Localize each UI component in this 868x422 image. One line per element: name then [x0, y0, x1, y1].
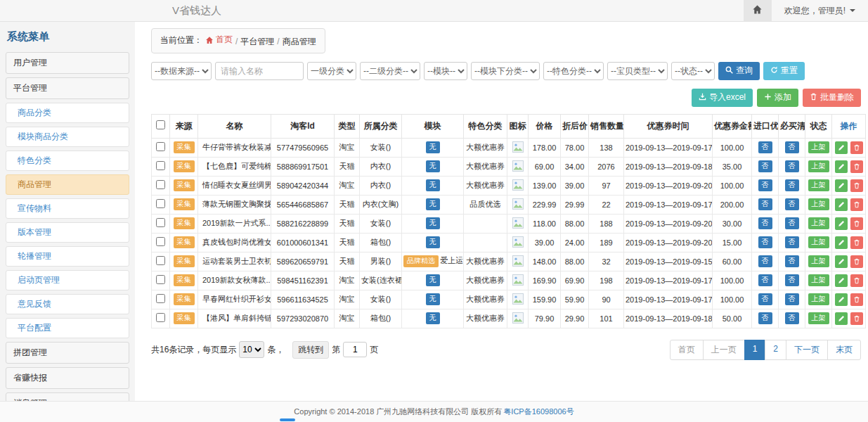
edit-button[interactable] [835, 274, 848, 287]
status-badge[interactable]: 上架 [808, 293, 829, 305]
icp-link[interactable]: 粤ICP备16098006号 [503, 407, 574, 417]
status-badge[interactable]: 上架 [808, 255, 829, 267]
sidebar-subitem[interactable]: 商品管理 [6, 174, 129, 195]
delete-button[interactable] [850, 198, 863, 211]
sidebar-item[interactable]: 消息管理 [6, 392, 129, 401]
row-checkbox[interactable] [156, 313, 165, 322]
must-buy-toggle[interactable]: 否 [785, 160, 799, 172]
delete-button[interactable] [850, 293, 863, 306]
sidebar-subitem[interactable]: 宣传物料 [6, 198, 129, 219]
must-buy-toggle[interactable]: 否 [785, 217, 799, 229]
status-badge[interactable]: 上架 [808, 179, 829, 191]
must-buy-toggle[interactable]: 否 [785, 312, 799, 324]
sidebar-subitem[interactable]: 启动页管理 [6, 270, 129, 290]
edit-button[interactable] [835, 255, 848, 268]
import-optional-toggle[interactable]: 否 [758, 236, 772, 248]
import-optional-toggle[interactable]: 否 [758, 274, 772, 286]
query-button[interactable]: 查询 [718, 62, 760, 80]
row-checkbox[interactable] [156, 218, 165, 227]
sidebar-subitem[interactable]: 商品分类 [6, 103, 129, 123]
must-buy-toggle[interactable]: 否 [785, 198, 799, 210]
row-checkbox[interactable] [156, 180, 165, 189]
edit-button[interactable] [835, 217, 848, 230]
import-optional-toggle[interactable]: 否 [758, 312, 772, 324]
edit-button[interactable] [835, 198, 848, 211]
home-button[interactable] [744, 0, 772, 21]
select-all-checkbox[interactable] [156, 120, 165, 129]
sidebar-subitem[interactable]: 版本管理 [6, 222, 129, 243]
delete-button[interactable] [850, 255, 863, 268]
breadcrumb-item[interactable]: 首页 [205, 34, 233, 46]
user-menu[interactable]: 欢迎您，管理员! [772, 5, 868, 17]
status-badge[interactable]: 上架 [808, 274, 829, 286]
filter-select[interactable]: 一级分类 [307, 62, 356, 80]
must-buy-toggle[interactable]: 否 [785, 179, 799, 191]
import-optional-toggle[interactable]: 否 [758, 160, 772, 172]
import-optional-toggle[interactable]: 否 [758, 179, 772, 191]
sidebar-subitem[interactable]: 轮播管理 [6, 246, 129, 267]
name-search-input[interactable] [215, 62, 304, 80]
sidebar-item[interactable]: 平台管理 [6, 77, 129, 99]
row-checkbox[interactable] [156, 294, 165, 303]
delete-button[interactable] [850, 312, 863, 325]
edit-button[interactable] [835, 312, 848, 325]
delete-button[interactable] [850, 217, 863, 230]
must-buy-toggle[interactable]: 否 [785, 236, 799, 248]
sidebar-item[interactable]: 拼团管理 [6, 342, 129, 364]
status-badge[interactable]: 上架 [808, 217, 829, 229]
reset-button[interactable]: 重置 [763, 62, 805, 80]
filter-select[interactable]: --宝贝类型-- [607, 62, 668, 80]
filter-select[interactable]: --数据来源-- [151, 62, 212, 80]
import-optional-toggle[interactable]: 否 [758, 217, 772, 229]
pagination-button[interactable]: 2 [765, 340, 786, 360]
must-buy-toggle[interactable]: 否 [785, 141, 799, 153]
delete-button[interactable] [850, 274, 863, 287]
row-checkbox[interactable] [156, 237, 165, 246]
filter-select[interactable]: --模块-- [424, 62, 467, 80]
sidebar-subitem[interactable]: 模块商品分类 [6, 127, 129, 147]
status-badge[interactable]: 上架 [808, 236, 829, 248]
pagination-button[interactable]: 1 [744, 340, 766, 360]
import-optional-toggle[interactable]: 否 [758, 293, 772, 305]
edit-button[interactable] [835, 160, 848, 173]
pagination-button[interactable]: 末页 [827, 340, 861, 360]
sidebar-item[interactable]: 用户管理 [6, 52, 129, 74]
row-checkbox[interactable] [156, 142, 165, 151]
status-badge[interactable]: 上架 [808, 198, 829, 210]
row-checkbox[interactable] [156, 256, 165, 265]
add-button[interactable]: 添加 [757, 89, 798, 107]
row-checkbox[interactable] [156, 199, 165, 208]
row-checkbox[interactable] [156, 275, 165, 284]
filter-select[interactable]: --二级分类-- [360, 62, 420, 80]
per-page-select[interactable]: 10 [239, 341, 264, 358]
status-badge[interactable]: 上架 [808, 160, 829, 172]
import-excel-button[interactable]: 导入excel [692, 89, 753, 107]
sidebar-item[interactable]: 省赚快报 [6, 367, 129, 389]
delete-button[interactable] [850, 160, 863, 173]
must-buy-toggle[interactable]: 否 [785, 255, 799, 267]
pagination-button[interactable]: 下一页 [786, 340, 828, 360]
batch-delete-button[interactable]: 批量删除 [803, 89, 861, 107]
sidebar-subitem[interactable]: 平台配置 [6, 318, 129, 338]
edit-button[interactable] [835, 141, 848, 154]
filter-select[interactable]: --特色分类-- [543, 62, 604, 80]
edit-button[interactable] [835, 179, 848, 192]
sidebar-subitem[interactable]: 特色分类 [6, 151, 129, 171]
edit-button[interactable] [835, 236, 848, 249]
delete-button[interactable] [850, 236, 863, 249]
import-optional-toggle[interactable]: 否 [758, 141, 772, 153]
must-buy-toggle[interactable]: 否 [785, 274, 799, 286]
sidebar-subitem[interactable]: 意见反馈 [6, 294, 129, 314]
status-badge[interactable]: 上架 [808, 312, 829, 324]
filter-select[interactable]: --状态-- [671, 62, 715, 80]
page-number-input[interactable] [343, 342, 367, 357]
scrollbar-thumb[interactable] [280, 418, 295, 421]
row-checkbox[interactable] [156, 161, 165, 170]
delete-button[interactable] [850, 179, 863, 192]
must-buy-toggle[interactable]: 否 [785, 293, 799, 305]
status-badge[interactable]: 上架 [808, 141, 829, 153]
import-optional-toggle[interactable]: 否 [758, 255, 772, 267]
import-optional-toggle[interactable]: 否 [758, 198, 772, 210]
filter-select[interactable]: --模块下分类-- [471, 62, 540, 80]
delete-button[interactable] [850, 141, 863, 154]
